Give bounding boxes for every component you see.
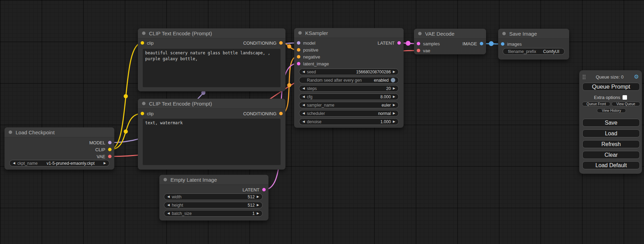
input-port-model[interactable]: model [297,39,315,46]
output-port-latent[interactable]: LATENT [242,186,266,193]
seed-widget[interactable]: ◀ seed 156680208700286 ▶ [299,69,399,75]
clip-port-dot[interactable] [141,41,144,45]
batch-size-widget[interactable]: ◀ batch_size 1 ▶ [164,210,263,217]
output-port-image[interactable]: IMAGE [462,40,483,47]
link-midpoint-dot[interactable] [287,44,291,48]
arrow-right-icon[interactable]: ▶ [393,112,395,115]
steps-widget[interactable]: ◀ steps 20 ▶ [299,85,399,92]
arrow-left-icon[interactable]: ◀ [167,195,170,198]
node-empty-latent-image[interactable]: Empty Latent Image LATENT ◀ width 512 ▶ … [159,175,268,220]
height-widget[interactable]: ◀ height 512 ▶ [164,202,263,208]
arrow-right-icon[interactable]: ▶ [393,95,395,98]
gear-icon[interactable]: ⚙ [634,74,639,80]
node-clip-text-encode-negative[interactable]: CLIP Text Encode (Prompt) clip CONDITION… [138,99,285,170]
latent-port-dot[interactable] [297,62,300,65]
input-port-latent-image[interactable]: latent_image [297,60,329,67]
sampler-name-widget[interactable]: ◀ sampler_name euler ▶ [299,102,399,108]
latent-port-dot[interactable] [262,188,266,191]
arrow-right-icon[interactable]: ▶ [257,212,259,215]
latent-port-dot[interactable] [397,41,401,45]
arrow-left-icon[interactable]: ◀ [302,95,305,98]
arrow-right-icon[interactable]: ▶ [257,195,259,198]
load-button[interactable]: Load [582,129,640,137]
node-graph-canvas[interactable]: Load Checkpoint MODEL CLIP VAE ◀ ckpt_na… [0,0,644,244]
arrow-right-icon[interactable]: ▶ [393,70,395,73]
link-midpoint-dot[interactable] [406,41,411,46]
filename-prefix-widget[interactable]: filename_prefix ComfyUI [503,48,565,55]
input-port-positive[interactable]: positive [297,46,318,53]
queue-front-button[interactable]: Queue Front [582,102,610,106]
conditioning-port-dot[interactable] [279,112,283,115]
arrow-left-icon[interactable]: ◀ [302,70,305,73]
node-load-checkpoint[interactable]: Load Checkpoint MODEL CLIP VAE ◀ ckpt_na… [5,127,114,170]
arrow-right-icon[interactable]: ▶ [104,162,106,165]
output-port-clip[interactable]: CLIP [95,146,112,153]
arrow-left-icon[interactable]: ◀ [167,204,170,207]
arrow-left-icon[interactable]: ◀ [302,87,305,90]
collapse-dot-icon[interactable] [9,130,12,134]
node-title-bar[interactable]: CLIP Text Encode (Prompt) [138,28,285,38]
clip-port-dot[interactable] [108,148,112,151]
arrow-right-icon[interactable]: ▶ [393,120,395,123]
vae-port-dot[interactable] [417,49,420,52]
image-port-dot[interactable] [480,42,483,45]
arrow-right-icon[interactable]: ▶ [257,204,259,207]
model-port-dot[interactable] [297,41,300,45]
load-default-button[interactable]: Load Default [582,161,640,169]
collapse-dot-icon[interactable] [502,32,506,35]
clip-port-dot[interactable] [141,112,144,115]
arrow-left-icon[interactable]: ◀ [13,162,15,165]
link-midpoint-dot[interactable] [287,83,291,87]
arrow-right-icon[interactable]: ▶ [393,103,395,107]
link-midpoint-dot[interactable] [124,94,128,98]
ckpt-name-widget[interactable]: ◀ ckpt_name v1-5-pruned-emaonly.ckpt ▶ [9,160,109,166]
vae-port-dot[interactable] [108,155,112,158]
conditioning-port-dot[interactable] [297,55,300,58]
output-port-vae[interactable]: VAE [97,153,112,160]
collapse-dot-icon[interactable] [298,31,302,35]
extra-options-checkbox[interactable] [623,95,627,100]
node-vae-decode[interactable]: VAE Decode samples vae IMAGE [414,29,486,54]
toggle-dot-icon[interactable] [391,78,395,82]
node-title-bar[interactable]: CLIP Text Encode (Prompt) [138,99,285,109]
width-widget[interactable]: ◀ width 512 ▶ [164,193,263,200]
collapse-dot-icon[interactable] [142,31,145,35]
view-history-button[interactable]: View History [597,108,626,113]
node-title-bar[interactable]: Load Checkpoint [5,127,114,137]
refresh-button[interactable]: Refresh [582,140,640,148]
arrow-left-icon[interactable]: ◀ [167,212,170,215]
node-title-bar[interactable]: KSampler [294,28,404,38]
latent-port-dot[interactable] [417,42,420,45]
model-port-dot[interactable] [108,141,112,144]
input-port-vae[interactable]: vae [417,47,430,54]
queue-prompt-button[interactable]: Queue Prompt [582,83,640,91]
node-title-bar[interactable]: Empty Latent Image [159,175,268,185]
prompt-text-area[interactable]: text, watermark [143,119,281,165]
output-port-latent[interactable]: LATENT [378,39,401,46]
node-ksampler[interactable]: KSampler model positive negative latent_… [294,28,404,128]
input-port-clip[interactable]: clip [141,39,154,46]
node-title-bar[interactable]: VAE Decode [414,29,486,39]
node-save-image[interactable]: Save Image images filename_prefix ComfyU… [498,29,569,60]
output-port-conditioning[interactable]: CONDITIONING [243,39,283,46]
node-clip-text-encode-positive[interactable]: CLIP Text Encode (Prompt) clip CONDITION… [138,28,285,91]
random-seed-toggle[interactable]: Random seed after every gen enabled [299,77,399,83]
prompt-text-area[interactable]: beautiful scenery nature glass bottle la… [143,49,281,87]
clear-button[interactable]: Clear [582,151,640,159]
image-port-dot[interactable] [501,42,504,46]
node-title-bar[interactable]: Save Image [498,29,569,39]
save-button[interactable]: Save [582,119,640,127]
input-port-samples[interactable]: samples [417,40,440,47]
link-midpoint-dot[interactable] [489,41,494,46]
conditioning-port-dot[interactable] [297,48,300,52]
input-port-clip[interactable]: clip [141,110,154,117]
denoise-widget[interactable]: ◀ denoise 1.000 ▶ [299,118,399,125]
arrow-left-icon[interactable]: ◀ [302,120,305,123]
link-midpoint-dot[interactable] [124,129,128,134]
drag-handle-icon[interactable] [582,74,585,80]
cfg-widget[interactable]: ◀ cfg 8.000 ▶ [299,93,399,100]
arrow-left-icon[interactable]: ◀ [302,112,305,115]
conditioning-port-dot[interactable] [279,41,283,45]
view-queue-button[interactable]: View Queue [611,102,640,106]
output-port-model[interactable]: MODEL [89,139,112,146]
